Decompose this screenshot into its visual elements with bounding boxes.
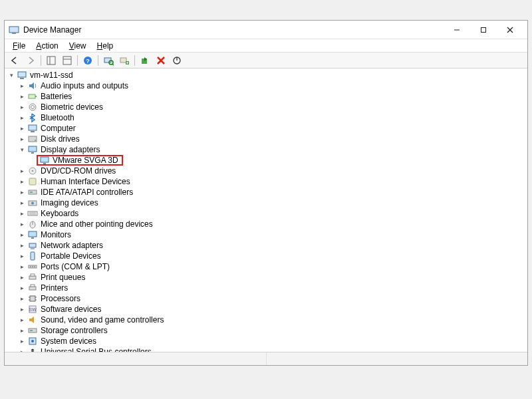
chevron-right-icon[interactable]: ▸ xyxy=(18,231,26,239)
scan-hardware-button[interactable] xyxy=(101,54,116,67)
chevron-right-icon[interactable]: ▸ xyxy=(18,124,26,132)
computer-icon xyxy=(27,123,38,134)
chevron-right-icon[interactable]: ▸ xyxy=(18,316,26,324)
device-tree[interactable]: ▾vm-w11-ssd▸Audio inputs and outputs▸Bat… xyxy=(5,68,527,352)
forward-button[interactable] xyxy=(23,54,38,67)
close-button[interactable] xyxy=(497,21,523,39)
tree-category-node[interactable]: ▸Audio inputs and outputs xyxy=(6,80,527,91)
back-button[interactable] xyxy=(7,54,22,67)
tree-category-node[interactable]: ▸DVD/CD-ROM drives xyxy=(6,166,527,176)
svg-point-57 xyxy=(34,266,35,267)
tree-category-node[interactable]: ▸Disk drives xyxy=(6,134,527,144)
chevron-right-icon[interactable]: ▸ xyxy=(18,252,26,260)
minimize-button[interactable] xyxy=(444,21,470,39)
tree-category-node[interactable]: ▸Biometric devices xyxy=(6,102,527,112)
chevron-right-icon[interactable]: ▸ xyxy=(18,263,26,271)
tree-node-label: VMware SVGA 3D xyxy=(52,156,119,165)
chevron-right-icon[interactable]: ▸ xyxy=(18,220,26,228)
tree-category-node[interactable]: ▸Keyboards xyxy=(6,208,527,219)
tree-node-label: Audio inputs and outputs xyxy=(40,81,129,90)
menu-view[interactable]: View xyxy=(64,41,92,51)
chevron-right-icon[interactable]: ▸ xyxy=(18,295,26,303)
app-icon xyxy=(9,25,19,35)
tree-category-node[interactable]: ▸Ports (COM & LPT) xyxy=(6,261,527,272)
svg-rect-6 xyxy=(47,57,55,65)
tree-category-node[interactable]: ▸Network adapters xyxy=(6,240,527,251)
chevron-right-icon[interactable]: ▸ xyxy=(18,178,26,186)
chevron-right-icon[interactable]: ▸ xyxy=(18,273,26,281)
svg-rect-51 xyxy=(29,243,36,247)
maximize-button[interactable] xyxy=(470,21,497,39)
titlebar: Device Manager xyxy=(5,21,527,39)
tree-node-label: vm-w11-ssd xyxy=(29,70,74,80)
svg-rect-59 xyxy=(31,274,35,276)
svg-rect-25 xyxy=(29,94,35,98)
tree-category-node[interactable]: ▸Processors xyxy=(6,293,527,304)
tree-category-node[interactable]: ▸Print queues xyxy=(6,272,527,283)
update-driver-button[interactable] xyxy=(138,54,152,67)
tree-category-node[interactable]: ▸Storage controllers xyxy=(6,325,527,336)
uninstall-device-button[interactable] xyxy=(154,54,168,67)
print-queue-icon xyxy=(27,272,38,283)
chevron-right-icon[interactable]: ▸ xyxy=(18,209,26,217)
biometric-icon xyxy=(27,102,38,112)
tree-category-node[interactable]: ▸SWSoftware devices xyxy=(6,304,527,315)
system-icon xyxy=(27,336,38,346)
tree-category-node[interactable]: ▸Mice and other pointing devices xyxy=(6,219,527,229)
help-button[interactable]: ? xyxy=(80,54,95,67)
svg-rect-34 xyxy=(31,152,34,154)
svg-point-56 xyxy=(32,266,33,267)
svg-rect-12 xyxy=(104,58,111,63)
tree-category-node[interactable]: ▸Human Interface Devices xyxy=(6,176,527,187)
device-manager-window: Device Manager File Action View Help xyxy=(4,20,528,366)
tree-node-label: Display adapters xyxy=(40,145,100,154)
chevron-right-icon[interactable]: ▸ xyxy=(18,92,26,100)
tree-device-node[interactable]: VMware SVGA 3D xyxy=(6,155,527,166)
menu-action[interactable]: Action xyxy=(31,41,63,51)
tree-category-node[interactable]: ▸Bluetooth xyxy=(6,112,527,123)
chevron-right-icon[interactable]: ▸ xyxy=(18,82,26,90)
chevron-right-icon[interactable]: ▸ xyxy=(18,305,26,313)
chevron-right-icon[interactable]: ▸ xyxy=(18,135,26,143)
chevron-right-icon[interactable]: ▸ xyxy=(18,327,26,334)
tree-category-node[interactable]: ▸Monitors xyxy=(6,229,527,240)
tree-category-node[interactable]: ▸IDE ATA/ATAPI controllers xyxy=(6,187,527,198)
tree-category-node[interactable]: ▸Imaging devices xyxy=(6,198,527,208)
properties-button[interactable] xyxy=(60,54,74,67)
tree-category-node[interactable]: ▸Portable Devices xyxy=(6,251,527,261)
tree-category-node[interactable]: ▸Sound, video and game controllers xyxy=(6,315,527,325)
tree-category-node[interactable]: ▸Printers xyxy=(6,283,527,293)
tree-node-label: Batteries xyxy=(40,92,72,101)
menu-help[interactable]: Help xyxy=(92,41,119,51)
show-hide-tree-button[interactable] xyxy=(44,54,59,67)
svg-point-38 xyxy=(32,170,34,172)
svg-rect-30 xyxy=(31,131,35,132)
tree-node-label: Portable Devices xyxy=(40,251,102,261)
svg-rect-3 xyxy=(481,27,486,32)
tree-category-node[interactable]: ▸Universal Serial Bus controllers xyxy=(6,346,527,352)
menu-file[interactable]: File xyxy=(7,41,31,51)
tree-category-node[interactable]: ▾Display adapters xyxy=(6,144,527,155)
chevron-right-icon[interactable]: ▸ xyxy=(18,167,26,175)
chevron-down-icon[interactable]: ▾ xyxy=(7,71,15,79)
chevron-down-icon[interactable]: ▾ xyxy=(18,146,26,154)
tree-node-label: Software devices xyxy=(40,305,102,314)
tree-node-label: IDE ATA/ATAPI controllers xyxy=(40,188,134,197)
chevron-right-icon[interactable]: ▸ xyxy=(18,199,26,207)
tree-node-label: Ports (COM & LPT) xyxy=(40,262,110,271)
chevron-right-icon[interactable]: ▸ xyxy=(18,284,26,292)
chevron-right-icon[interactable]: ▸ xyxy=(18,114,26,122)
tree-category-node[interactable]: ▸Computer xyxy=(6,123,527,134)
chevron-right-icon[interactable]: ▸ xyxy=(18,337,26,345)
audio-icon xyxy=(27,80,38,91)
chevron-right-icon[interactable]: ▸ xyxy=(18,103,26,111)
tree-category-node[interactable]: ▸System devices xyxy=(6,336,527,346)
chevron-right-icon[interactable]: ▸ xyxy=(18,188,26,196)
tree-root-node[interactable]: ▾vm-w11-ssd xyxy=(6,70,527,80)
hid-icon xyxy=(27,176,38,187)
disable-device-button[interactable] xyxy=(170,54,184,67)
chevron-right-icon[interactable]: ▸ xyxy=(18,241,26,249)
tree-category-node[interactable]: ▸Batteries xyxy=(6,91,527,102)
svg-rect-62 xyxy=(30,296,35,301)
add-hardware-button[interactable] xyxy=(117,54,132,67)
